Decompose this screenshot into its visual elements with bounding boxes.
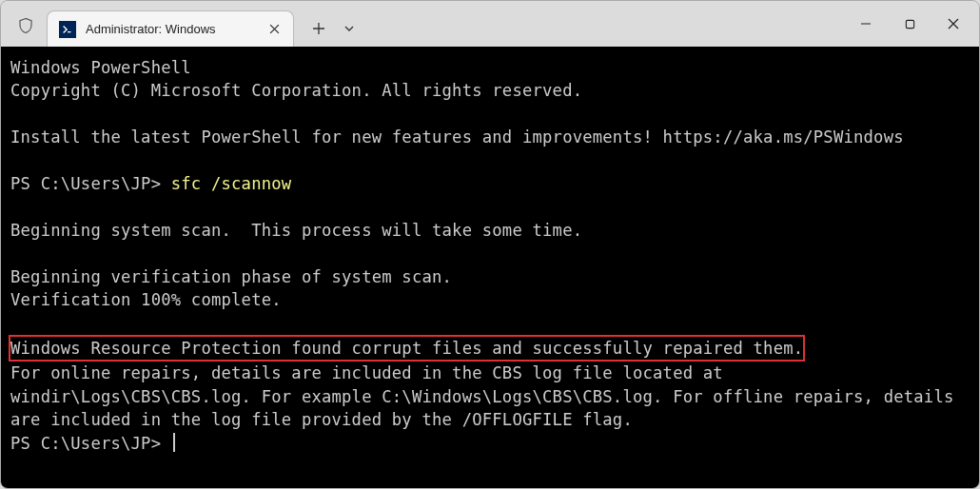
prompt: PS C:\Users\JP> [10,434,171,453]
output-line: Install the latest PowerShell for new fe… [10,127,904,147]
output-line: Copyright (C) Microsoft Corporation. All… [10,81,582,100]
close-tab-button[interactable] [266,22,282,37]
window-controls [844,1,979,47]
shield-icon [16,16,35,35]
output-line: Beginning verification phase of system s… [10,267,452,286]
terminal-output[interactable]: Windows PowerShell Copyright (C) Microso… [1,47,979,489]
svg-rect-1 [906,20,913,28]
titlebar-left: Administrator: Windows [9,1,361,47]
command-text: sfc /scannow [171,174,292,193]
output-line: Verification 100% complete. [10,290,282,309]
tab-title: Administrator: Windows [86,22,257,36]
tab-active[interactable]: Administrator: Windows [47,10,294,47]
close-window-button[interactable] [931,7,975,41]
maximize-button[interactable] [888,7,931,41]
highlighted-result: Windows Resource Protection found corrup… [9,335,805,362]
powershell-icon [59,21,76,38]
cursor [173,433,175,452]
output-line: Beginning system scan. This process will… [10,221,582,240]
minimize-button[interactable] [844,7,888,41]
output-line: Windows PowerShell [10,58,191,77]
output-line: For online repairs, details are included… [10,363,964,429]
titlebar: Administrator: Windows [1,1,979,47]
new-tab-button[interactable] [304,13,334,44]
prompt: PS C:\Users\JP> [10,174,171,193]
tab-dropdown-button[interactable] [338,13,361,44]
